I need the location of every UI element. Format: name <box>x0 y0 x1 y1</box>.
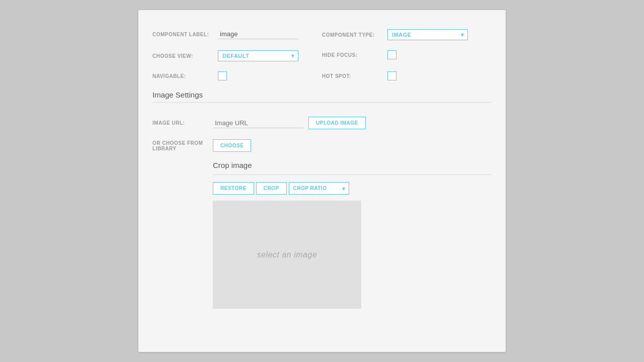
image-settings-section: Image Settings IMAGE URL: UPLOAD IMAGE O… <box>152 90 492 309</box>
choose-view-label: CHOOSE VIEW: <box>152 53 218 59</box>
settings-panel: COMPONENT LABEL: COMPONENT TYPE: IMAGE T… <box>138 10 506 352</box>
crop-ratio-wrapper: CROP RATIO 1:1 16:9 4:3 3:2 <box>289 182 349 195</box>
component-type-select[interactable]: IMAGE TEXT VIDEO BUTTON <box>387 29 468 40</box>
component-label-label: COMPONENT LABEL: <box>152 32 218 37</box>
top-form: COMPONENT LABEL: COMPONENT TYPE: IMAGE T… <box>152 24 492 85</box>
navigable-checkbox[interactable] <box>218 71 227 80</box>
crop-section: Crop image RESTORE CROP CROP RATIO 1:1 1… <box>152 161 492 309</box>
choose-button[interactable]: CHOOSE <box>213 139 251 152</box>
component-type-row: COMPONENT TYPE: IMAGE TEXT VIDEO BUTTON <box>322 24 492 45</box>
choose-library-row: OR CHOOSE FROM LIBRARY CHOOSE <box>152 134 492 157</box>
navigable-label: NAVIGABLE: <box>152 73 218 79</box>
hide-focus-label: HIDE FOCUS: <box>322 52 387 58</box>
image-preview-area: select an image <box>213 201 361 309</box>
choose-view-row: CHOOSE VIEW: DEFAULT THUMBNAIL FULL <box>152 45 322 66</box>
crop-buttons-row: RESTORE CROP CROP RATIO 1:1 16:9 4:3 3:2 <box>213 182 492 195</box>
image-url-input[interactable] <box>213 118 303 128</box>
restore-button[interactable]: RESTORE <box>213 182 254 195</box>
crop-divider <box>213 174 492 175</box>
component-label-input[interactable] <box>218 29 298 39</box>
component-type-label: COMPONENT TYPE: <box>322 32 387 38</box>
crop-title: Crop image <box>213 161 492 169</box>
hide-focus-checkbox[interactable] <box>387 50 396 59</box>
navigable-row: NAVIGABLE: <box>152 66 322 85</box>
hot-spot-label: HOT SPOT: <box>322 73 387 79</box>
choose-view-select[interactable]: DEFAULT THUMBNAIL FULL <box>218 50 298 61</box>
or-choose-label: OR CHOOSE FROM LIBRARY <box>152 140 213 151</box>
crop-button[interactable]: CROP <box>256 182 287 195</box>
hot-spot-row: HOT SPOT: <box>322 66 492 85</box>
image-url-row: IMAGE URL: UPLOAD IMAGE <box>152 112 492 134</box>
crop-ratio-select[interactable]: CROP RATIO 1:1 16:9 4:3 3:2 <box>289 182 349 195</box>
choose-view-select-wrapper: DEFAULT THUMBNAIL FULL <box>218 50 298 61</box>
image-settings-divider <box>152 102 492 103</box>
component-type-select-wrapper: IMAGE TEXT VIDEO BUTTON <box>387 29 468 40</box>
component-label-row: COMPONENT LABEL: <box>152 24 322 45</box>
hot-spot-checkbox[interactable] <box>387 71 396 80</box>
image-placeholder-text: select an image <box>257 250 317 259</box>
upload-image-button[interactable]: UPLOAD IMAGE <box>308 117 366 129</box>
image-settings-title: Image Settings <box>152 90 492 99</box>
image-url-label: IMAGE URL: <box>152 120 213 126</box>
hide-focus-row: HIDE FOCUS: <box>322 45 492 66</box>
